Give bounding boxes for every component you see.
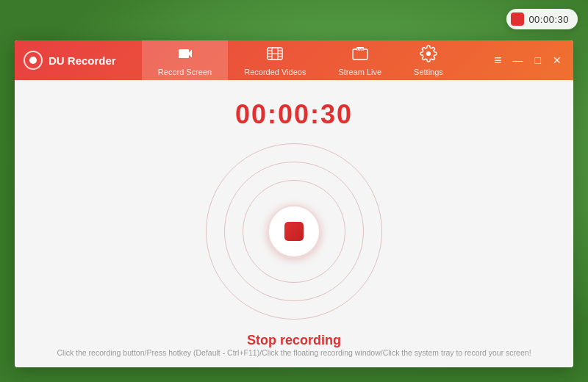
tab-recorded-videos[interactable]: Recorded Videos (228, 40, 322, 80)
app-window: DU Recorder Record Screen (15, 40, 573, 367)
minimize-button[interactable]: — (510, 54, 526, 67)
header: DU Recorder Record Screen (15, 40, 573, 80)
window-controls: ≡ — □ ✕ (485, 52, 564, 68)
tab-settings[interactable]: Settings (398, 40, 459, 80)
timer-display: 00:00:30 (235, 99, 353, 130)
menu-button[interactable]: ≡ (491, 52, 504, 68)
floating-timer-text: 00:00:30 (528, 14, 569, 25)
recorded-videos-icon (266, 45, 284, 65)
tab-stream-live[interactable]: LIVE Stream Live (322, 40, 398, 80)
recording-indicator (511, 12, 524, 26)
stream-live-icon: LIVE (351, 45, 369, 65)
stop-label: Stop recording (247, 333, 341, 348)
app-title: DU Recorder (49, 54, 116, 67)
main-content: 00:00:30 Stop recording Click the record… (15, 80, 573, 367)
settings-icon (420, 45, 437, 65)
logo-area: DU Recorder (24, 51, 116, 70)
tab-stream-live-label: Stream Live (338, 68, 381, 76)
floating-timer-badge[interactable]: 00:00:30 (506, 9, 578, 29)
tab-record-screen-label: Record Screen (158, 68, 212, 76)
maximize-button[interactable]: □ (532, 54, 544, 67)
tab-recorded-videos-label: Recorded Videos (244, 68, 306, 76)
tab-record-screen[interactable]: Record Screen (142, 40, 228, 80)
tab-settings-label: Settings (414, 68, 443, 76)
hint-text: Click the recording button/Press hotkey … (15, 348, 573, 357)
stop-button[interactable] (268, 205, 320, 258)
nav-tabs: Record Screen Recorded Videos (116, 40, 485, 80)
logo-circle (24, 51, 43, 70)
close-button[interactable]: ✕ (550, 54, 564, 67)
rings-container (206, 143, 382, 320)
stop-icon (284, 222, 304, 241)
svg-text:LIVE: LIVE (357, 47, 364, 51)
record-screen-icon (176, 45, 194, 65)
logo-inner (29, 57, 37, 64)
